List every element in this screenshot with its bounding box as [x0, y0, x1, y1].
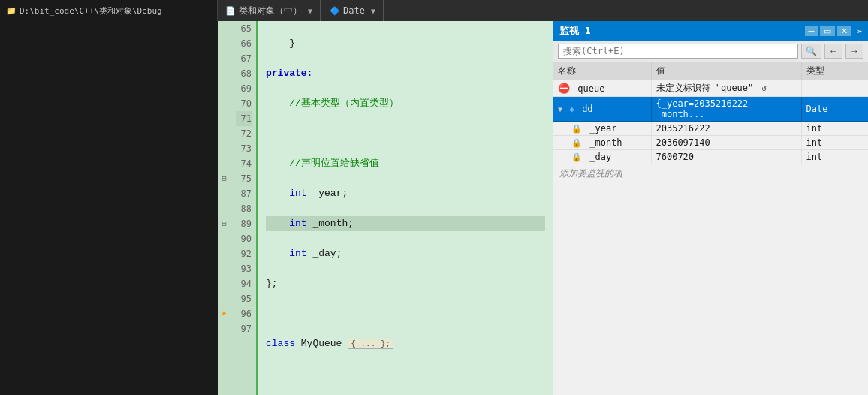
gutter-74 — [218, 156, 231, 171]
monitor-close-btn[interactable]: ✕ — [837, 26, 851, 36]
fold-icon-75: ⊟ — [222, 174, 226, 183]
ln-75: 75 — [236, 171, 252, 186]
monitor-minimize-btn[interactable]: ─ — [805, 26, 818, 36]
ln-66: 66 — [236, 36, 252, 51]
gutter-66 — [218, 36, 231, 51]
ln-67: 67 — [236, 51, 252, 66]
gutter-94 — [218, 276, 231, 291]
search-bar: 🔍 ← → — [553, 41, 868, 62]
ln-97: 97 — [236, 321, 252, 336]
folder-icon: 📁 — [6, 6, 17, 16]
monitor-title: 监视 1 — [559, 24, 591, 38]
gutter-69 — [218, 81, 231, 96]
ln-90: 90 — [236, 231, 252, 246]
search-input[interactable] — [558, 44, 798, 59]
year-type: int — [801, 122, 868, 136]
ln-88: 88 — [236, 201, 252, 216]
dd-type: Date — [801, 97, 868, 122]
error-icon-queue: ⛔ — [558, 83, 570, 94]
dd-value: {_year=2035216222 _month... — [651, 97, 801, 122]
gutter-89: ⊟ — [218, 216, 231, 231]
code-content[interactable]: } private: //基本类型（内置类型） //声明位置给缺省值 int _… — [258, 21, 553, 395]
ln-70: 70 — [236, 96, 252, 111]
gutter: ⊟ ⊟ ➤ — [218, 21, 231, 395]
left-panel — [0, 21, 218, 395]
day-name-text: _day — [589, 152, 611, 162]
table-row-month[interactable]: 🔒 _month 2036097140 int — [553, 136, 868, 150]
gutter-70 — [218, 96, 231, 111]
month-name: 🔒 _month — [553, 136, 651, 150]
table-row-queue[interactable]: ⛔ queue 未定义标识符 "queue" ↺ — [553, 80, 868, 97]
gutter-75: ⊟ — [218, 171, 231, 186]
gutter-68 — [218, 66, 231, 81]
code-tab-dropdown[interactable]: ▼ — [308, 7, 312, 15]
file-path: 📁 D:\bit_code\C++\类和对象\Debug — [0, 0, 218, 21]
nav-next-btn[interactable]: → — [845, 44, 863, 59]
gutter-97 — [218, 321, 231, 336]
add-watch-row[interactable]: 添加要监视的项 — [553, 164, 868, 184]
ln-95: 95 — [236, 291, 252, 306]
day-type: int — [801, 150, 868, 164]
monitor-restore-btn[interactable]: ▭ — [820, 26, 835, 36]
line-73: }; — [266, 276, 545, 291]
line-71: int _month; — [266, 216, 545, 231]
year-name: 🔒 _year — [553, 122, 651, 136]
table-row-dd[interactable]: ▼ ◈ dd {_year=2035216222 _month... Date — [553, 97, 868, 122]
lock-icon-year: 🔒 — [571, 124, 582, 134]
gutter-93 — [218, 261, 231, 276]
monitor-panel: 监视 1 ─ ▭ ✕ » 🔍 ← → — [553, 21, 868, 395]
ln-69: 69 — [236, 81, 252, 96]
monitor-tab-icon: 🔷 — [330, 6, 340, 16]
fold-icon-89: ⊟ — [222, 219, 226, 228]
gutter-90 — [218, 231, 231, 246]
month-name-text: _month — [589, 137, 622, 148]
line-69: //声明位置给缺省值 — [266, 156, 545, 171]
nav-prev-btn[interactable]: ← — [824, 44, 842, 59]
gutter-73 — [218, 141, 231, 156]
monitor-tab-dropdown[interactable]: ▼ — [371, 7, 375, 15]
search-button[interactable]: 🔍 — [801, 44, 821, 59]
ln-73: 73 — [236, 141, 252, 156]
watch-table[interactable]: 名称 值 类型 ⛔ queue 未定 — [553, 62, 868, 395]
monitor-window-btns: ─ ▭ ✕ » — [805, 26, 862, 36]
monitor-titlebar: 监视 1 ─ ▭ ✕ » — [553, 21, 868, 41]
top-bar: 📁 D:\bit_code\C++\类和对象\Debug 📄 类和对象（中） ▼… — [0, 0, 868, 21]
app-container: 📁 D:\bit_code\C++\类和对象\Debug 📄 类和对象（中） ▼… — [0, 0, 868, 395]
code-scroll[interactable]: ⊟ ⊟ ➤ — [218, 21, 553, 395]
year-name-text: _year — [589, 123, 616, 134]
table-row-day[interactable]: 🔒 _day 7600720 int — [553, 150, 868, 164]
line-70: int _year; — [266, 186, 545, 201]
ln-93: 93 — [236, 261, 252, 276]
table-row-year[interactable]: 🔒 _year 2035216222 int — [553, 122, 868, 136]
add-watch-cell[interactable]: 添加要监视的项 — [553, 164, 868, 184]
code-tab-label: 类和对象（中） — [239, 5, 302, 17]
gutter-92 — [218, 246, 231, 261]
ln-94: 94 — [236, 276, 252, 291]
gutter-88 — [218, 201, 231, 216]
monitor-extra-btn[interactable]: » — [857, 26, 862, 36]
line-66: private: — [266, 66, 545, 81]
line-87 — [266, 366, 545, 381]
month-type: int — [801, 136, 868, 150]
code-tab[interactable]: 📄 类和对象（中） ▼ — [218, 0, 321, 21]
line-65: } — [266, 36, 545, 51]
refresh-icon-queue[interactable]: ↺ — [762, 83, 767, 93]
ln-71: 71 — [236, 111, 252, 126]
monitor-tab-title[interactable]: 🔷 Date ▼ — [322, 0, 384, 21]
year-value: 2035216222 — [651, 122, 801, 136]
gutter-87 — [218, 186, 231, 201]
expand-icon-dd[interactable]: ▼ — [558, 105, 562, 113]
gutter-72 — [218, 126, 231, 141]
queue-name: ⛔ queue — [553, 80, 651, 97]
line-75: class MyQueue { ... }; — [266, 336, 545, 351]
gutter-65 — [218, 21, 231, 36]
ln-92: 92 — [236, 246, 252, 261]
file-path-label: D:\bit_code\C++\类和对象\Debug — [20, 5, 162, 17]
dd-name: ▼ ◈ dd — [553, 97, 651, 122]
lock-icon-month: 🔒 — [571, 138, 582, 148]
main-content: ⊟ ⊟ ➤ — [0, 21, 868, 395]
col-type-header: 类型 — [801, 62, 868, 80]
dd-type-text: Date — [806, 104, 828, 114]
queue-name-text: queue — [577, 83, 604, 94]
gutter-95 — [218, 291, 231, 306]
